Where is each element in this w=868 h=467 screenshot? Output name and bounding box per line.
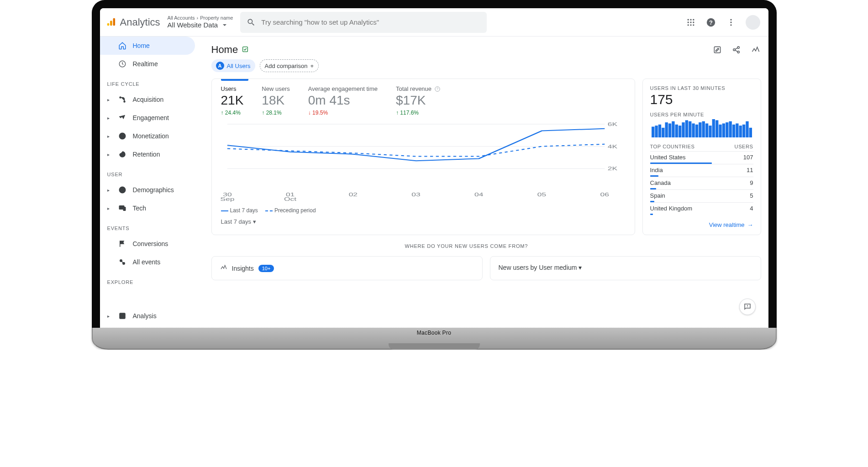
verified-icon [242, 44, 249, 56]
add-comparison-label: Add comparison [265, 63, 308, 69]
svg-rect-2 [113, 18, 115, 26]
nav-acquisition[interactable]: ▸ Acquisition [100, 90, 195, 109]
svg-point-4 [690, 19, 691, 20]
chevron-right-icon: ▸ [107, 314, 112, 319]
svg-rect-62 [692, 123, 694, 137]
chevron-right-icon: ▸ [107, 115, 112, 121]
nav-realtime[interactable]: Realtime [100, 55, 195, 73]
svg-point-16 [730, 24, 731, 26]
nav-conversions[interactable]: Conversions [100, 235, 195, 253]
svg-rect-69 [715, 120, 718, 137]
add-comparison-button[interactable]: Add comparison + [260, 59, 319, 72]
caret-down-icon: ▾ [253, 218, 256, 225]
svg-text:2K: 2K [607, 166, 617, 172]
nav-tech[interactable]: ▸ Tech [100, 199, 195, 217]
svg-rect-75 [736, 123, 738, 137]
new-users-dimension-selector[interactable]: New users by User medium ▾ [499, 264, 752, 271]
globe-icon [118, 186, 126, 194]
events-icon [118, 258, 126, 266]
chevron-right-icon: ▸ [107, 97, 112, 102]
kpi-total-revenue[interactable]: Total revenue ?$17K↑ 117.6% [396, 85, 441, 116]
insights-card[interactable]: Insights 10+ [211, 256, 483, 280]
date-range-selector[interactable]: Last 7 days ▾ [212, 214, 635, 225]
kpi-users[interactable]: Users 21K↑ 24.4% [221, 85, 244, 116]
nav-label: Tech [133, 205, 147, 212]
nav-analysis[interactable]: ▸ Analysis [100, 307, 195, 325]
arrow-right-icon: → [747, 221, 753, 228]
svg-text:6K: 6K [607, 121, 617, 127]
nav-label: Retention [133, 151, 160, 158]
property-selector[interactable]: All Website Data [168, 21, 233, 29]
view-realtime-link[interactable]: View realtime → [709, 215, 753, 228]
kpi-average-engagement-time[interactable]: Average engagement time 0m 41s↓ 19.5% [308, 85, 378, 116]
nav-monetization[interactable]: ▸ Monetization [100, 127, 195, 145]
svg-text:02: 02 [348, 192, 357, 197]
caret-down-icon [222, 23, 227, 27]
svg-rect-28 [243, 47, 248, 52]
chevron-right-icon: ▸ [107, 188, 112, 193]
top-countries-label: TOP COUNTRIES [650, 144, 695, 149]
help-icon[interactable]: ? [705, 17, 716, 28]
nav-home[interactable]: Home [100, 37, 195, 55]
svg-text:03: 03 [411, 192, 420, 197]
nav-retention[interactable]: ▸ Retention [100, 145, 195, 163]
svg-rect-76 [739, 126, 742, 137]
flag-icon [118, 240, 126, 248]
svg-rect-58 [678, 126, 681, 137]
chart-legend: Last 7 days Preceding period [212, 204, 635, 214]
insights-icon[interactable] [750, 44, 761, 55]
nav-section-events: EVENTS [100, 217, 204, 235]
account-breadcrumb[interactable]: All Accounts › Property name [168, 15, 233, 21]
realtime-card: USERS IN LAST 30 MINUTES 175 USERS PER M… [642, 79, 761, 235]
customize-icon[interactable] [712, 44, 723, 55]
share-icon[interactable] [731, 44, 742, 55]
svg-rect-70 [719, 125, 721, 137]
country-row: Canada9 [650, 177, 753, 187]
retention-icon [118, 150, 126, 158]
product-logo[interactable]: Analytics [105, 16, 160, 28]
avatar[interactable] [746, 15, 760, 30]
nav-label: Demographics [133, 186, 174, 194]
feedback-button[interactable] [739, 299, 756, 315]
dollar-icon [118, 132, 126, 140]
svg-text:Sep: Sep [220, 196, 234, 202]
svg-rect-65 [702, 121, 705, 137]
nav-label: Conversions [133, 240, 168, 247]
acquisition-icon [118, 95, 126, 104]
users-per-minute-label: USERS PER MINUTE [650, 112, 753, 117]
nav-label: All events [133, 258, 161, 266]
segment-badge: A [216, 62, 224, 70]
chevron-right-icon: › [196, 15, 198, 21]
search-bar[interactable] [240, 12, 487, 33]
apps-icon[interactable] [685, 17, 696, 28]
nav-label: Home [133, 42, 150, 49]
svg-rect-73 [729, 121, 731, 137]
segment-all-users[interactable]: A All Users [211, 59, 255, 72]
svg-rect-79 [749, 128, 752, 137]
svg-rect-1 [110, 21, 112, 26]
kpi-new-users[interactable]: New users 18K↑ 28.1% [262, 85, 289, 116]
svg-text:4K: 4K [607, 144, 617, 149]
svg-rect-56 [672, 121, 674, 137]
nav-label: Acquisition [133, 96, 164, 103]
country-row: Spain5 [650, 189, 753, 199]
nav-label: Realtime [133, 60, 158, 68]
nav-demographics[interactable]: ▸ Demographics [100, 181, 195, 199]
chevron-right-icon: ▸ [107, 152, 112, 157]
segment-label: All Users [227, 63, 251, 69]
svg-rect-29 [714, 47, 720, 52]
crumb-accounts: All Accounts [168, 15, 195, 21]
nav-all-events[interactable]: All events [100, 253, 195, 271]
more-vert-icon[interactable] [726, 17, 736, 28]
sidebar: Home Realtime LIFE CYCLE ▸ Acquisition [100, 37, 204, 328]
users-trend-chart: 2K4K6K30Sep01Oct0203040506 [220, 121, 626, 204]
engagement-icon [118, 114, 126, 122]
svg-rect-63 [695, 125, 698, 137]
svg-rect-55 [668, 123, 671, 137]
svg-rect-66 [705, 123, 708, 137]
svg-point-7 [690, 21, 691, 23]
svg-point-3 [687, 19, 689, 20]
svg-point-15 [730, 21, 731, 23]
search-input[interactable] [261, 18, 480, 26]
nav-engagement[interactable]: ▸ Engagement [100, 109, 195, 127]
